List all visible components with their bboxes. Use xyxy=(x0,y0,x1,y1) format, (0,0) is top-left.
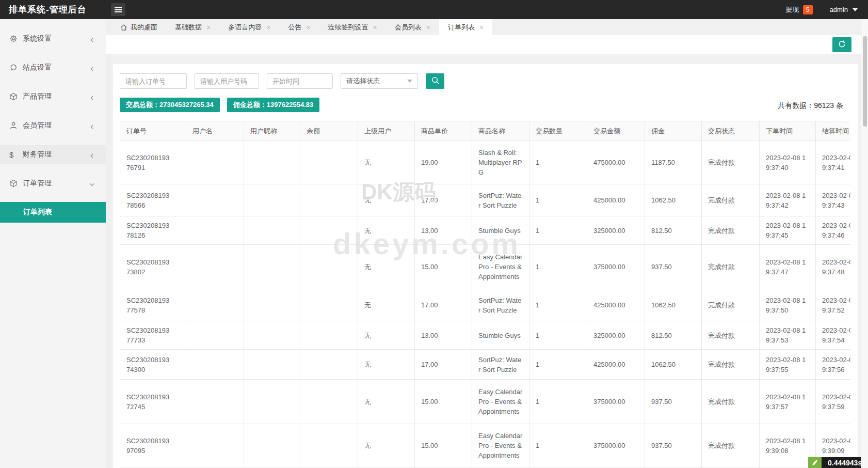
tab-0[interactable]: 我的桌面 xyxy=(111,19,166,35)
sidebar-item-label: 财务管理 xyxy=(23,150,52,159)
table-cell xyxy=(244,216,300,245)
table-row: SC23020819378566 无17.00SortPuz: Water So… xyxy=(120,184,851,216)
chevron-down-icon[interactable] xyxy=(853,8,858,11)
tab-3[interactable]: 公告× xyxy=(279,19,319,35)
tab-close-icon[interactable]: × xyxy=(373,24,377,31)
table-cell: Easy Calendar Pro - Events & Appointment… xyxy=(472,424,529,467)
table-cell: 15.00 xyxy=(415,424,472,467)
scrollbar-thumb[interactable] xyxy=(863,36,867,127)
table-cell xyxy=(244,380,300,424)
tab-close-icon[interactable]: × xyxy=(306,24,310,31)
sidebar-toggle-button[interactable] xyxy=(111,3,125,16)
column-header: 上级用户 xyxy=(358,121,415,141)
filter-row: 请选择状态 xyxy=(113,64,858,89)
table-cell xyxy=(186,216,244,245)
table-cell: 325000.00 xyxy=(587,216,645,245)
table-cell xyxy=(186,141,244,184)
table-cell: 无 xyxy=(358,141,415,184)
sidebar-item-4[interactable]: $财务管理 xyxy=(0,145,106,164)
table-cell: SC23020819377733 xyxy=(120,321,186,350)
table-cell: 2023-02-08 19:37:48 xyxy=(816,245,851,289)
table-cell xyxy=(244,184,300,216)
tab-6[interactable]: 订单列表× xyxy=(439,19,492,35)
table-row: SC23020819374300 无17.00SortPuz: Water So… xyxy=(120,350,851,380)
table-cell: 325000.00 xyxy=(587,321,645,350)
table-header-row: 订单号用户名用户昵称余额上级用户商品单价商品名称交易数量交易金额佣金交易状态下单… xyxy=(120,121,851,141)
site-icon xyxy=(9,64,18,72)
status-select[interactable]: 请选择状态 xyxy=(341,73,418,89)
chevron-left-icon xyxy=(89,65,94,70)
withdraw-link[interactable]: 提现 xyxy=(786,5,799,14)
table-cell: 375000.00 xyxy=(587,380,645,424)
table-cell: Stumble Guys xyxy=(472,216,529,245)
table-cell xyxy=(244,289,300,321)
sidebar-item-5[interactable]: 订单管理 xyxy=(0,174,106,193)
sidebar-subitem-order-list[interactable]: 订单列表 xyxy=(0,202,106,223)
app-title: 排单系统-管理后台 xyxy=(0,4,87,15)
table-row: SC23020819377733 无13.00Stumble Guys13250… xyxy=(120,321,851,350)
table-cell: SC23020819374300 xyxy=(120,350,186,380)
table-cell xyxy=(186,424,244,467)
table-cell: 完成付款 xyxy=(702,350,760,380)
column-header: 订单号 xyxy=(120,121,186,141)
gear-icon xyxy=(9,35,18,43)
table-cell: SC23020819378566 xyxy=(120,184,186,216)
home-icon xyxy=(120,24,127,31)
order-no-input[interactable] xyxy=(120,73,187,89)
vertical-scrollbar[interactable] xyxy=(861,19,868,468)
tab-5[interactable]: 会员列表× xyxy=(386,19,439,35)
user-menu[interactable]: admin xyxy=(830,6,848,13)
withdraw-count-badge[interactable]: 5 xyxy=(803,5,813,14)
table-cell: 1062.50 xyxy=(645,184,702,216)
table-cell xyxy=(300,289,358,321)
table-cell: 375000.00 xyxy=(587,424,645,467)
tab-1[interactable]: 基础数据× xyxy=(166,19,219,35)
table-cell: 375000.00 xyxy=(587,245,645,289)
commission-total-badge: 佣金总额：1397622554.83 xyxy=(227,98,319,112)
table-cell: Easy Calendar Pro - Events & Appointment… xyxy=(472,380,529,424)
topbar: 排单系统-管理后台 提现 5 admin xyxy=(0,0,868,19)
table-row: SC23020819377578 无17.00SortPuz: Water So… xyxy=(120,289,851,321)
table-cell: 2023-02-08 19:39:08 xyxy=(760,424,816,467)
search-button[interactable] xyxy=(426,73,444,89)
table-cell: SortPuz: Water Sort Puzzle xyxy=(472,350,529,380)
tab-close-icon[interactable]: × xyxy=(426,24,430,31)
table-cell: 2023-02-08 19:37:59 xyxy=(816,380,851,424)
tab-close-icon[interactable]: × xyxy=(479,24,484,31)
content-card: 请选择状态 交易总额：273045327265.34 佣金总额：13976225… xyxy=(113,64,858,468)
start-time-input[interactable] xyxy=(267,73,333,89)
table-cell: 19.00 xyxy=(415,141,472,184)
sidebar-item-1[interactable]: 站点设置 xyxy=(0,58,106,77)
tab-close-icon[interactable]: × xyxy=(206,24,211,31)
table-cell xyxy=(244,321,300,350)
table-cell xyxy=(300,141,358,184)
tab-4[interactable]: 连续签到设置× xyxy=(319,19,386,35)
table-cell xyxy=(300,321,358,350)
table-cell xyxy=(244,141,300,184)
user-no-input[interactable] xyxy=(195,73,259,89)
tab-2[interactable]: 多语言内容× xyxy=(219,19,279,35)
table-cell xyxy=(186,380,244,424)
table-cell: 1 xyxy=(529,350,587,380)
table-cell: Slash & Roll: Multiplayer RPG xyxy=(472,141,529,184)
table-cell: 完成付款 xyxy=(702,424,760,467)
table-cell: 812.50 xyxy=(645,321,702,350)
table-cell: 425000.00 xyxy=(587,184,645,216)
column-header: 结算时间 xyxy=(816,121,851,141)
tab-close-icon[interactable]: × xyxy=(266,24,270,31)
refresh-button[interactable] xyxy=(832,37,851,52)
table-cell: 13.00 xyxy=(415,216,472,245)
table-cell: 15.00 xyxy=(415,245,472,289)
sidebar-item-3[interactable]: 会员管理 xyxy=(0,116,106,135)
table-cell: 2023-02-08 19:37:54 xyxy=(816,321,851,350)
table-row: SC23020819378126 无13.00Stumble Guys13250… xyxy=(120,216,851,245)
sidebar-item-0[interactable]: 系统设置 xyxy=(0,29,106,48)
table-cell: SC23020819378126 xyxy=(120,216,186,245)
main-area: 我的桌面基础数据×多语言内容×公告×连续签到设置×会员列表×订单列表× 请选择状… xyxy=(106,19,868,468)
table-cell: 完成付款 xyxy=(702,245,760,289)
sidebar-item-2[interactable]: 产品管理 xyxy=(0,87,106,106)
column-header: 佣金 xyxy=(645,121,702,141)
chevron-left-icon xyxy=(89,123,94,128)
table-cell: SC23020819376791 xyxy=(120,141,186,184)
table-cell: SortPuz: Water Sort Puzzle xyxy=(472,184,529,216)
